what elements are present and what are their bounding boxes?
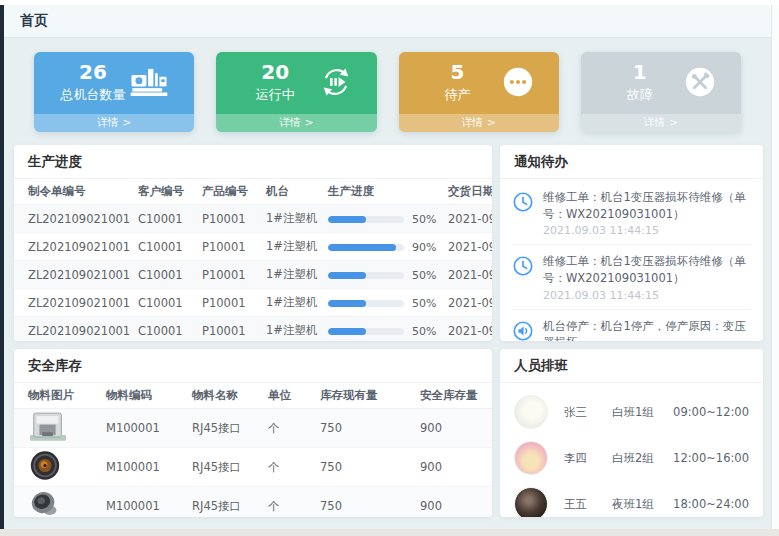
round-speaker-image <box>28 449 96 485</box>
avatar <box>514 441 548 475</box>
cell-material-code: M100001 <box>100 409 186 448</box>
card-detail-link[interactable]: 详情 > <box>399 114 559 132</box>
panel-title: 安全库存 <box>14 349 492 383</box>
notification-body: 机台停产：机台1停产，停产原因：变压器损坏 2021.09.03 11:44:1… <box>543 318 751 341</box>
cell-customer-no: C10001 <box>132 205 196 233</box>
schedule-list: 张三 白班1组 09:00~12:00 李四 白班2组 12:00~16:00 … <box>500 383 763 517</box>
cell-progress: 50% <box>322 261 442 289</box>
cell-progress: 90% <box>322 233 442 261</box>
cell-material-image <box>14 448 100 487</box>
cell-material-name: RJ45接口 <box>186 487 262 518</box>
table-row: ZL202109021001 C10001 P10001 1#注塑机 50% 2… <box>14 261 492 289</box>
cell-stock: 750 <box>314 487 414 518</box>
notification-item[interactable]: 机台停产：机台1停产，停产原因：变压器损坏 2021.09.03 11:44:1… <box>512 310 751 341</box>
avatar <box>514 395 548 429</box>
cell-delivery-date: 2021-09-10 <box>442 261 492 289</box>
notification-text: 维修工单：机台1变压器损坏待维修（单号：WX202109031001） <box>543 189 751 222</box>
shift-label: 白班2组 <box>612 451 673 466</box>
card-text: 5 待产 <box>423 61 493 104</box>
column-header: 产品编号 <box>196 179 260 205</box>
cell-progress: 50% <box>322 205 442 233</box>
table-row: ZL202109021001 C10001 P10001 1#注塑机 50% 2… <box>14 289 492 317</box>
progress-bar <box>328 244 404 251</box>
card-label: 待产 <box>445 86 471 104</box>
machine-icon <box>128 65 170 99</box>
stat-card-total-machines[interactable]: 26 总机台数量 详情 > <box>34 52 194 132</box>
dashboard-page: 首页 26 总机台数量 <box>4 5 771 529</box>
table-row: M100001 RJ45接口 个 750 900 <box>14 448 492 487</box>
notification-time: 2021.09.03 11:44:15 <box>543 289 751 302</box>
cell-customer-no: C10001 <box>132 289 196 317</box>
card-text: 26 总机台数量 <box>58 61 128 104</box>
cell-product-no: P10001 <box>196 289 260 317</box>
card-body: 26 总机台数量 <box>34 52 194 112</box>
cell-order-no: ZL202109021001 <box>14 205 132 233</box>
table-row: ZL202109021001 C10001 P10001 1#注塑机 50% 2… <box>14 205 492 233</box>
notification-text: 维修工单：机台1变压器损坏待维修（单号：WX202109031001） <box>543 253 751 286</box>
column-header: 库存现有量 <box>314 383 414 409</box>
progress-bar <box>328 216 404 223</box>
column-header: 客户编号 <box>132 179 196 205</box>
card-body: 5 待产 <box>399 52 559 112</box>
fault-tools-icon <box>683 65 717 99</box>
progress-percent: 50% <box>412 213 436 226</box>
cell-delivery-date: 2021-09-10 <box>442 205 492 233</box>
cell-machine: 1#注塑机 <box>260 289 322 317</box>
notification-item[interactable]: 维修工单：机台1变压器损坏待维修（单号：WX202109031001） 2021… <box>512 245 751 309</box>
schedule-row: 王五 夜班1组 18:00~24:00 <box>514 481 749 517</box>
rj45-connector-image <box>28 410 96 446</box>
safety-inventory-panel: 安全库存 物料图片 物料编码 物料名称 单位 库存现有量 安全库存量 <box>14 349 492 517</box>
shift-label: 白班1组 <box>612 405 673 420</box>
production-progress-panel: 生产进度 制令单编号 客户编号 产品编号 机台 生产进度 交货日期 ZL2021 <box>14 145 492 341</box>
column-header: 物料名称 <box>186 383 262 409</box>
stat-cards-row: 26 总机台数量 详情 > <box>34 52 741 132</box>
cell-unit: 个 <box>262 487 314 518</box>
stat-card-fault[interactable]: 1 故障 详情 > <box>581 52 741 132</box>
cell-delivery-date: 2021-09-10 <box>442 233 492 261</box>
card-value: 26 <box>79 61 107 84</box>
personnel-schedule-panel: 人员排班 张三 白班1组 09:00~12:00 李四 白班2组 12:00~1… <box>500 349 763 517</box>
cell-safety-stock: 900 <box>414 448 492 487</box>
table-row: M100001 RJ45接口 个 750 900 <box>14 409 492 448</box>
cell-material-image <box>14 487 100 518</box>
cell-machine: 1#注塑机 <box>260 205 322 233</box>
column-header: 单位 <box>262 383 314 409</box>
notification-body: 维修工单：机台1变压器损坏待维修（单号：WX202109031001） 2021… <box>543 189 751 237</box>
card-detail-link[interactable]: 详情 > <box>216 114 376 132</box>
cell-material-image <box>14 409 100 448</box>
shift-label: 夜班1组 <box>612 497 673 512</box>
cell-product-no: P10001 <box>196 205 260 233</box>
horizontal-scrollbar[interactable] <box>0 529 779 536</box>
vertical-scrollbar[interactable] <box>771 5 779 529</box>
stat-card-running[interactable]: 20 运行中 详情 > <box>216 52 376 132</box>
cell-machine: 1#注塑机 <box>260 233 322 261</box>
card-detail-link[interactable]: 详情 > <box>34 114 194 132</box>
column-header: 安全库存量 <box>414 383 492 409</box>
notification-item[interactable]: 维修工单：机台1变压器损坏待维修（单号：WX202109031001） 2021… <box>512 181 751 245</box>
panel-title: 生产进度 <box>14 145 492 179</box>
person-name: 李四 <box>564 451 612 466</box>
table-row: M100001 RJ45接口 个 750 900 <box>14 487 492 518</box>
table-row: ZL202109021001 C10001 P10001 1#注塑机 50% 2… <box>14 317 492 342</box>
card-detail-link[interactable]: 详情 > <box>581 114 741 132</box>
avatar <box>514 487 548 517</box>
person-name: 张三 <box>564 405 612 420</box>
cell-customer-no: C10001 <box>132 261 196 289</box>
cell-progress: 50% <box>322 317 442 342</box>
stat-card-waiting[interactable]: 5 待产 详情 > <box>399 52 559 132</box>
notification-time: 2021.09.03 11:44:15 <box>543 224 751 237</box>
inventory-table: 物料图片 物料编码 物料名称 单位 库存现有量 安全库存量 <box>14 383 492 517</box>
shift-time: 18:00~24:00 <box>673 497 749 511</box>
cell-material-code: M100001 <box>100 448 186 487</box>
cell-material-name: RJ45接口 <box>186 409 262 448</box>
shift-time: 12:00~16:00 <box>673 451 749 465</box>
card-value: 1 <box>633 61 647 84</box>
page-header: 首页 <box>4 5 771 38</box>
clock-icon <box>512 191 534 237</box>
notification-list: 维修工单：机台1变压器损坏待维修（单号：WX202109031001） 2021… <box>500 179 763 341</box>
speaker-cone-image <box>28 488 96 517</box>
card-text: 1 故障 <box>605 61 675 104</box>
production-table: 制令单编号 客户编号 产品编号 机台 生产进度 交货日期 ZL202109021… <box>14 179 492 341</box>
table-header-row: 物料图片 物料编码 物料名称 单位 库存现有量 安全库存量 <box>14 383 492 409</box>
cell-product-no: P10001 <box>196 261 260 289</box>
